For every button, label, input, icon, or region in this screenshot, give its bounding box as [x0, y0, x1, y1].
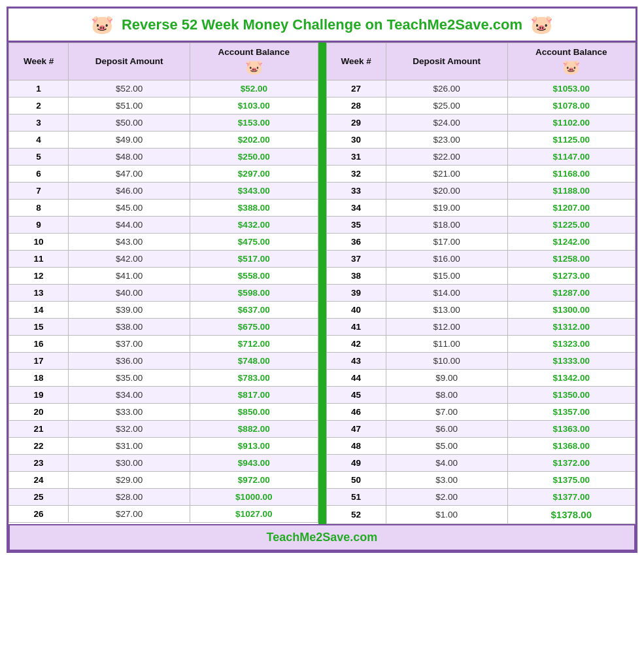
left-week-cell: 20: [9, 404, 69, 421]
right-deposit-cell: $18.00: [386, 217, 507, 234]
right-deposit-cell: $25.00: [386, 97, 507, 115]
right-table-row: 48 $5.00 $1368.00: [326, 438, 636, 455]
right-balance-cell: $1377.00: [507, 489, 635, 506]
left-table-row: 5 $48.00 $250.00: [9, 149, 318, 166]
left-deposit-cell: $37.00: [69, 336, 190, 353]
left-table-row: 18 $35.00 $783.00: [9, 370, 318, 387]
right-balance-cell: $1168.00: [507, 166, 635, 183]
right-balance-cell: $1333.00: [507, 353, 635, 370]
right-balance-cell: $1053.00: [507, 80, 635, 97]
right-balance-cell: $1350.00: [507, 387, 635, 404]
right-balance-cell: $1225.00: [507, 217, 635, 234]
left-balance-cell: $598.00: [190, 285, 318, 302]
right-balance-cell: $1363.00: [507, 421, 635, 438]
right-balance-cell: $1078.00: [507, 97, 635, 115]
left-table-row: 21 $32.00 $882.00: [9, 421, 318, 438]
right-balance-cell: $1287.00: [507, 285, 635, 302]
right-week-cell: 48: [326, 438, 386, 455]
right-table-row: 28 $25.00 $1078.00: [326, 97, 636, 115]
right-week-cell: 32: [326, 166, 386, 183]
right-balance-cell: $1273.00: [507, 268, 635, 285]
footer: TeachMe2Save.com: [8, 524, 636, 551]
right-table-row: 41 $12.00 $1312.00: [326, 319, 636, 336]
right-balance-cell: $1357.00: [507, 404, 635, 421]
left-balance-cell: $432.00: [190, 217, 318, 234]
left-balance-cell: $202.00: [190, 132, 318, 149]
left-deposit-cell: $41.00: [69, 268, 190, 285]
left-week-cell: 4: [9, 132, 69, 149]
left-table-row: 24 $29.00 $972.00: [9, 472, 318, 489]
right-balance-cell: $1375.00: [507, 472, 635, 489]
right-deposit-cell: $4.00: [386, 455, 507, 472]
left-balance-cell: $637.00: [190, 302, 318, 319]
left-week-cell: 7: [9, 183, 69, 200]
right-week-cell: 41: [326, 319, 386, 336]
left-table-wrap: Week # Deposit Amount Account Balance 🐷 …: [8, 43, 318, 524]
left-deposit-cell: $35.00: [69, 370, 190, 387]
right-balance-cell: $1372.00: [507, 455, 635, 472]
left-balance-cell: $817.00: [190, 387, 318, 404]
footer-text: TeachMe2Save.com: [267, 531, 378, 544]
left-table-row: 12 $41.00 $558.00: [9, 268, 318, 285]
left-week-cell: 8: [9, 200, 69, 217]
left-balance-cell: $475.00: [190, 234, 318, 251]
right-balance-cell: $1323.00: [507, 336, 635, 353]
right-deposit-cell: $3.00: [386, 472, 507, 489]
left-balance-cell: $1000.00: [190, 489, 318, 506]
right-balance-cell: $1300.00: [507, 302, 635, 319]
right-table-row: 50 $3.00 $1375.00: [326, 472, 636, 489]
right-table-row: 51 $2.00 $1377.00: [326, 489, 636, 506]
right-table-row: 37 $16.00 $1258.00: [326, 251, 636, 268]
right-deposit-cell: $12.00: [386, 319, 507, 336]
right-table-row: 32 $21.00 $1168.00: [326, 166, 636, 183]
right-week-cell: 34: [326, 200, 386, 217]
right-deposit-cell: $10.00: [386, 353, 507, 370]
left-table-row: 26 $27.00 $1027.00: [9, 506, 318, 523]
left-balance-cell: $558.00: [190, 268, 318, 285]
right-deposit-cell: $20.00: [386, 183, 507, 200]
right-week-cell: 45: [326, 387, 386, 404]
left-balance-cell: $850.00: [190, 404, 318, 421]
right-deposit-cell: $1.00: [386, 506, 507, 524]
right-table-row: 39 $14.00 $1287.00: [326, 285, 636, 302]
right-deposit-cell: $24.00: [386, 115, 507, 132]
right-week-cell: 50: [326, 472, 386, 489]
right-balance-header: Account Balance 🐷: [507, 43, 635, 80]
left-week-cell: 17: [9, 353, 69, 370]
left-balance-cell: $297.00: [190, 166, 318, 183]
right-table-row: 52 $1.00 $1378.00: [326, 506, 636, 524]
left-table-row: 25 $28.00 $1000.00: [9, 489, 318, 506]
left-deposit-cell: $27.00: [69, 506, 190, 523]
right-week-cell: 47: [326, 421, 386, 438]
left-balance-cell: $783.00: [190, 370, 318, 387]
right-week-cell: 52: [326, 506, 386, 524]
left-week-cell: 10: [9, 234, 69, 251]
right-table-row: 31 $22.00 $1147.00: [326, 149, 636, 166]
left-table-row: 17 $36.00 $748.00: [9, 353, 318, 370]
page-header: 🐷 Reverse 52 Week Money Challenge on Tea…: [8, 9, 636, 43]
left-week-cell: 25: [9, 489, 69, 506]
right-deposit-cell: $26.00: [386, 80, 507, 97]
left-table-row: 9 $44.00 $432.00: [9, 217, 318, 234]
left-balance-cell: $748.00: [190, 353, 318, 370]
right-table-row: 30 $23.00 $1125.00: [326, 132, 636, 149]
left-balance-cell: $1027.00: [190, 506, 318, 523]
left-week-cell: 24: [9, 472, 69, 489]
left-deposit-cell: $52.00: [69, 80, 190, 97]
right-deposit-cell: $14.00: [386, 285, 507, 302]
left-deposit-cell: $36.00: [69, 353, 190, 370]
right-balance-cell: $1147.00: [507, 149, 635, 166]
right-table-row: 34 $19.00 $1207.00: [326, 200, 636, 217]
right-week-cell: 44: [326, 370, 386, 387]
left-balance-cell: $882.00: [190, 421, 318, 438]
left-deposit-cell: $45.00: [69, 200, 190, 217]
right-week-cell: 37: [326, 251, 386, 268]
left-week-cell: 5: [9, 149, 69, 166]
right-week-cell: 35: [326, 217, 386, 234]
right-table-row: 29 $24.00 $1102.00: [326, 115, 636, 132]
left-week-cell: 19: [9, 387, 69, 404]
left-balance-cell: $388.00: [190, 200, 318, 217]
left-table-row: 13 $40.00 $598.00: [9, 285, 318, 302]
left-week-cell: 22: [9, 438, 69, 455]
left-deposit-cell: $43.00: [69, 234, 190, 251]
